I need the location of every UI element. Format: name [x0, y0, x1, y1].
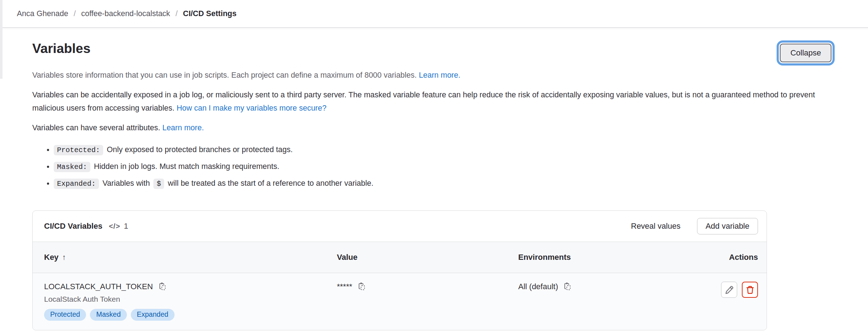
collapse-button[interactable]: Collapse	[780, 44, 831, 62]
breadcrumb-current-page: CI/CD Settings	[183, 9, 237, 18]
cicd-variables-card: CI/CD Variables </> 1 Reveal values Add …	[32, 210, 767, 330]
copy-icon	[563, 282, 572, 291]
table-row: LOCALSTACK_AUTH_TOKEN LocalStack Auth To…	[33, 273, 767, 330]
intro-paragraph: Variables store information that you can…	[32, 69, 835, 82]
breadcrumb-separator: /	[73, 9, 76, 18]
column-header-key[interactable]: Key↑	[44, 253, 337, 262]
attributes-learn-more-link[interactable]: Learn more.	[162, 123, 204, 132]
expanded-description-after: will be treated as the start of a refere…	[168, 179, 373, 188]
attributes-paragraph: Variables can have several attributes.Le…	[32, 121, 835, 135]
trash-icon	[745, 285, 755, 295]
expanded-badge: Expanded	[131, 309, 175, 321]
table-header-row: Key↑ Value Environments Actions	[33, 242, 767, 273]
secure-variables-link[interactable]: How can I make my variables more secure?	[177, 104, 326, 112]
intro-text: Variables store information that you can…	[32, 71, 417, 79]
value-cell: *****	[337, 282, 518, 292]
dollar-code-chip: $	[153, 179, 164, 189]
edit-variable-button[interactable]	[721, 282, 737, 298]
copy-key-button[interactable]	[158, 282, 167, 291]
column-header-actions: Actions	[690, 253, 758, 262]
learn-more-link[interactable]: Learn more.	[419, 71, 461, 79]
sort-ascending-icon[interactable]: ↑	[62, 253, 66, 261]
column-header-value: Value	[337, 253, 518, 262]
masked-value: *****	[337, 282, 352, 292]
sidebar-edge	[0, 0, 3, 79]
variable-count: 1	[124, 222, 128, 231]
list-item-masked: Masked:Hidden in job logs. Must match ma…	[54, 160, 835, 174]
page-title: Variables	[32, 41, 91, 57]
copy-value-button[interactable]	[357, 282, 366, 291]
variable-key: LOCALSTACK_AUTH_TOKEN	[44, 282, 153, 292]
actions-cell	[690, 282, 758, 298]
key-cell: LOCALSTACK_AUTH_TOKEN LocalStack Auth To…	[44, 282, 337, 321]
copy-icon	[357, 282, 366, 291]
environments-scope: All (default)	[518, 282, 558, 292]
masked-description: Hidden in job logs. Must match masking r…	[94, 162, 279, 171]
copy-icon	[158, 282, 167, 291]
expanded-code-chip: Expanded:	[54, 179, 99, 189]
protected-description: Only exposed to protected branches or pr…	[107, 145, 293, 154]
settings-content: Variables Collapse Variables store infor…	[0, 41, 868, 335]
expanded-description-before: Variables with	[102, 179, 150, 188]
breadcrumb-group-link[interactable]: Anca Ghenade	[17, 9, 68, 18]
warning-paragraph: Variables can be accidentally exposed in…	[32, 88, 835, 115]
attributes-list: Protected:Only exposed to protected bran…	[32, 143, 835, 190]
breadcrumb-separator: /	[176, 9, 178, 18]
breadcrumb-project-link[interactable]: coffee-backend-localstack	[81, 9, 170, 18]
code-icon: </>	[109, 222, 120, 230]
variables-section-header: Variables Collapse	[32, 41, 835, 62]
protected-code-chip: Protected:	[54, 145, 103, 155]
card-title: CI/CD Variables	[44, 222, 102, 231]
variable-description: LocalStack Auth Token	[44, 295, 337, 304]
environments-cell: All (default)	[518, 282, 690, 292]
reveal-values-button[interactable]: Reveal values	[630, 219, 682, 234]
badge-list: Protected Masked Expanded	[44, 309, 337, 321]
list-item-expanded: Expanded:Variables with$will be treated …	[54, 177, 835, 190]
delete-variable-button[interactable]	[742, 282, 758, 298]
key-header-label: Key	[44, 253, 58, 262]
pencil-icon	[725, 285, 734, 295]
masked-badge: Masked	[90, 309, 127, 321]
copy-environments-button[interactable]	[563, 282, 572, 291]
list-item-protected: Protected:Only exposed to protected bran…	[54, 143, 835, 157]
add-variable-button[interactable]: Add variable	[697, 218, 758, 234]
card-header: CI/CD Variables </> 1 Reveal values Add …	[33, 211, 767, 242]
breadcrumb: Anca Ghenade / coffee-backend-localstack…	[0, 0, 868, 28]
warning-text: Variables can be accidentally exposed in…	[32, 91, 815, 112]
masked-code-chip: Masked:	[54, 162, 90, 172]
column-header-environments: Environments	[518, 253, 690, 262]
protected-badge: Protected	[44, 309, 86, 321]
attributes-text: Variables can have several attributes.	[32, 123, 160, 132]
